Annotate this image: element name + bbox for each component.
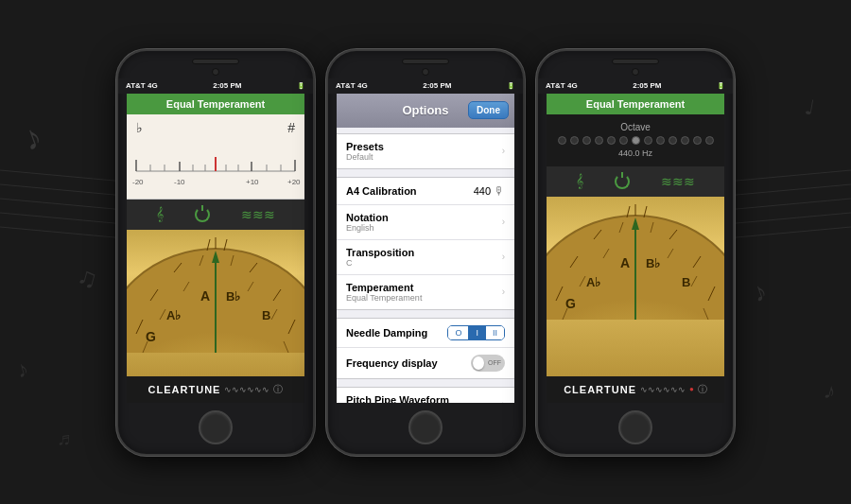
- pitch-pipe-row[interactable]: Pitch Pipe Waveform Sine ›: [337, 388, 514, 403]
- svg-text:-10: -10: [174, 178, 185, 185]
- presets-sub: Default: [346, 152, 384, 162]
- frequency-toggle[interactable]: OFF: [471, 355, 505, 372]
- temperament-chevron: ›: [502, 287, 505, 297]
- temperament-label: Temperament: [346, 282, 422, 293]
- dot-5: [607, 136, 616, 145]
- octave-label: Octave: [620, 122, 651, 132]
- options-section-presets: Presets Default ›: [337, 133, 514, 169]
- damping-off[interactable]: O: [448, 326, 469, 339]
- svg-text:B♭: B♭: [226, 289, 240, 304]
- brand-right: CLEARTUNE: [564, 384, 636, 395]
- dot-11: [681, 136, 689, 145]
- transposition-row[interactable]: Transposition C ›: [337, 240, 514, 275]
- home-button-left[interactable]: [199, 410, 233, 444]
- phone-left: AT&T 4G 2:05 PM 🔋 Equal Temperament ♭ #: [116, 49, 315, 456]
- done-button[interactable]: Done: [468, 101, 509, 119]
- power-icon-left: [195, 207, 210, 222]
- camera-center: [422, 68, 429, 76]
- calibration-row[interactable]: A4 Calibration 440 🎙: [337, 178, 514, 205]
- dot-8: [644, 136, 652, 145]
- camera-left: [212, 68, 219, 76]
- svg-text:B♭: B♭: [646, 256, 660, 270]
- options-section-main: A4 Calibration 440 🎙 Notation English ›: [337, 177, 514, 310]
- flat-sharp-left: ♭ #: [127, 118, 304, 137]
- tuner-controls-left: 𝄞 ≋≋≋: [127, 200, 304, 230]
- phone-left-bottom: [118, 403, 313, 454]
- notation-label: Notation: [346, 212, 389, 223]
- phone-right: AT&T 4G 2:05 PM 🔋 Equal Temperament Octa…: [536, 49, 735, 456]
- tuner-header-label-left: Equal Temperament: [166, 98, 265, 110]
- wave-bars-left: ∿∿∿∿∿∿: [224, 385, 269, 394]
- phone-left-top: [118, 51, 313, 78]
- dot-2: [570, 136, 579, 145]
- status-bar-left: AT&T 4G 2:05 PM 🔋: [118, 78, 313, 94]
- options-nav: Options Done: [337, 94, 514, 128]
- dot-10: [669, 136, 677, 145]
- presets-chevron: ›: [502, 146, 505, 156]
- frequency-row: Frequency display OFF: [337, 348, 514, 378]
- svg-text:G: G: [565, 296, 576, 311]
- damping-buttons[interactable]: O I II: [447, 325, 505, 340]
- time-right: 2:05 PM: [633, 81, 661, 90]
- notation-chevron: ›: [502, 217, 505, 227]
- tuner-header-left: Equal Temperament: [127, 94, 304, 114]
- svg-text:G: G: [146, 329, 156, 344]
- sharp-symbol-left: #: [287, 120, 295, 135]
- dot-6: [619, 136, 628, 145]
- phone-right-top: [538, 51, 733, 78]
- svg-text:B: B: [262, 308, 270, 322]
- battery-left: 🔋: [297, 82, 305, 90]
- frequency-display: 440.0 Hz: [618, 148, 652, 158]
- status-bar-right: AT&T 4G 2:05 PM 🔋: [538, 78, 733, 94]
- needle-damping-label: Needle Damping: [346, 327, 427, 339]
- octave-dots: [558, 136, 714, 145]
- phone-right-bottom: [538, 403, 733, 454]
- scale-ruler-left: -20 -10 +10 +20: [127, 143, 304, 185]
- temperament-row[interactable]: Temperament Equal Temperament ›: [337, 275, 514, 309]
- camera-right: [632, 68, 639, 76]
- dot-13: [705, 136, 714, 145]
- damping-one[interactable]: I: [469, 326, 486, 339]
- svg-text:-20: -20: [132, 178, 144, 185]
- power-icon-right: [615, 174, 630, 189]
- notation-row[interactable]: Notation English ›: [337, 205, 514, 240]
- flat-symbol-left: ♭: [136, 120, 143, 135]
- toggle-label: OFF: [488, 359, 501, 366]
- toggle-knob: [473, 356, 484, 370]
- dot-7: [632, 136, 640, 145]
- svg-text:A: A: [620, 255, 630, 270]
- brand-left: CLEARTUNE: [148, 384, 221, 395]
- frequency-label: Frequency display: [346, 357, 438, 369]
- svg-text:♬: ♬: [57, 427, 73, 449]
- options-section-pitch: Pitch Pipe Waveform Sine ›: [337, 387, 514, 403]
- speaker-right: [612, 59, 659, 64]
- record-dot-right: ●: [689, 385, 694, 393]
- tuning-fork-icon-left: 𝄞: [156, 206, 164, 222]
- pitch-pipe-label: Pitch Pipe Waveform: [346, 394, 449, 403]
- status-left-left: AT&T 4G: [126, 81, 158, 90]
- transposition-chevron: ›: [502, 252, 505, 262]
- phones-container: AT&T 4G 2:05 PM 🔋 Equal Temperament ♭ #: [116, 49, 735, 456]
- app-bottom-left: CLEARTUNE ∿∿∿∿∿∿ ⓘ: [127, 376, 304, 403]
- dot-1: [558, 136, 566, 145]
- app-bottom-right: CLEARTUNE ∿∿∿∿∿∿ ● ⓘ: [547, 376, 724, 403]
- calibration-label: A4 Calibration: [346, 185, 417, 197]
- presets-row[interactable]: Presets Default ›: [337, 134, 514, 168]
- status-bar-center: AT&T 4G 2:05 PM 🔋: [328, 78, 523, 94]
- svg-text:A♭: A♭: [586, 275, 600, 289]
- tuner-header-right: Equal Temperament: [547, 94, 724, 114]
- svg-text:♫: ♫: [74, 261, 100, 294]
- svg-text:♪: ♪: [822, 377, 840, 405]
- dot-12: [693, 136, 702, 145]
- screen-left: Equal Temperament ♭ #: [127, 94, 304, 403]
- svg-text:♪: ♪: [748, 276, 771, 308]
- tuner-header-label-right: Equal Temperament: [586, 98, 685, 110]
- notation-sub: English: [346, 223, 389, 233]
- wave-bars-right: ∿∿∿∿∿∿: [640, 385, 686, 394]
- speaker-center: [402, 59, 449, 64]
- needle-damping-row: Needle Damping O I II: [337, 319, 514, 348]
- wave-icon-right: ≋≋≋: [661, 174, 695, 189]
- home-button-right[interactable]: [618, 410, 652, 444]
- home-button-center[interactable]: [408, 410, 443, 444]
- damping-two[interactable]: II: [486, 326, 504, 339]
